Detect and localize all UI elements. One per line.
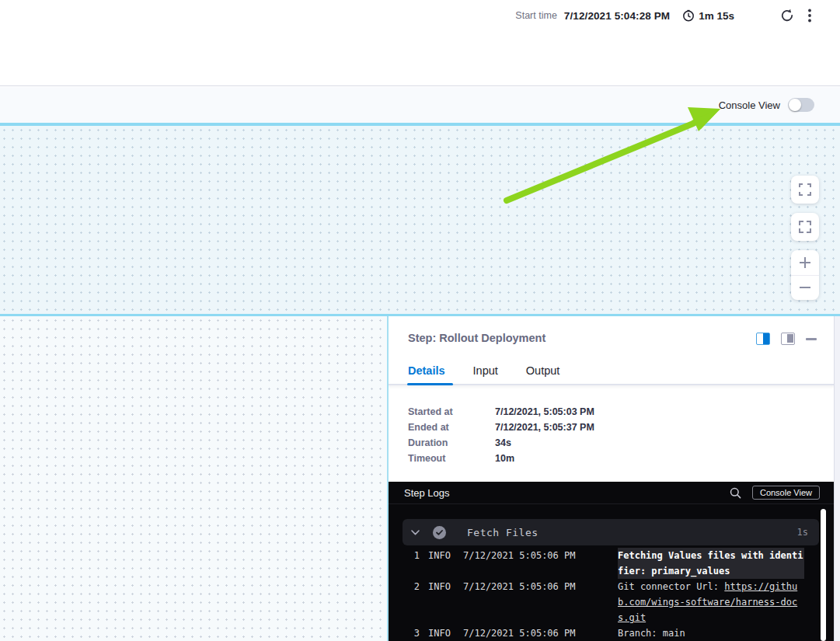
canvas-divider [0,314,840,316]
canvas-select-button[interactable] [791,213,819,241]
detail-value: 7/12/2021, 5:05:37 PM [495,422,594,433]
zoom-controls [791,250,819,300]
view-toggle-strip: Console View [0,87,840,123]
panel-scrollbar-track[interactable] [834,315,840,641]
stage-graph-canvas[interactable] [0,126,840,315]
log-line-number: 2 [403,579,420,625]
zoom-out-button[interactable] [791,276,819,301]
log-level: INFO [428,548,455,579]
minimize-panel-icon[interactable] [806,338,817,340]
detail-row: Duration34s [408,435,594,451]
log-line: 1INFO7/12/2021 5:05:06 PMFetching Values… [403,548,819,579]
log-message: Branch: main [618,625,804,641]
refresh-icon [779,8,795,23]
detail-row: Timeout10m [408,451,594,466]
plus-icon [799,256,811,269]
detail-value: 10m [495,453,514,464]
log-timestamp: 7/12/2021 5:05:06 PM [463,548,581,579]
marquee-select-icon [799,221,811,233]
detail-value: 34s [495,437,511,448]
log-group-row[interactable]: Fetch Files 1s [403,519,819,545]
log-lines: 1INFO7/12/2021 5:05:06 PMFetching Values… [403,548,819,641]
start-time-value: 7/12/2021 5:04:28 PM [564,10,670,22]
log-timestamp: 7/12/2021 5:05:06 PM [463,579,581,625]
log-line: 3INFO7/12/2021 5:05:06 PMBranch: main [403,625,819,641]
minus-icon [799,281,811,294]
log-timestamp: 7/12/2021 5:05:06 PM [463,625,581,641]
top-bar: Start time 7/12/2021 5:04:28 PM 1m 15s [0,0,840,86]
kebab-menu-button[interactable] [807,8,812,23]
logs-console-view-button[interactable]: Console View [752,486,820,500]
step-logs-panel: Step Logs Console View Fetch Files 1s 1I… [389,482,834,641]
log-line: 2INFO7/12/2021 5:05:06 PMGit connector U… [403,579,819,625]
step-logs-title: Step Logs [404,487,450,499]
panel-divider [387,316,389,641]
log-link[interactable]: https://github.com/wings-software/harnes… [618,581,797,623]
panel-view-icon[interactable] [781,333,795,345]
detail-row: Ended at7/12/2021, 5:05:37 PM [408,420,594,435]
execution-graph-canvas[interactable]: Execution Rollout Deployment [0,316,387,641]
log-line-number: 3 [403,625,420,641]
split-view-icon[interactable] [756,333,770,345]
log-message: Git connector Url: https://github.com/wi… [618,579,804,625]
logs-scrollbar-thumb[interactable] [821,509,826,641]
log-message: Fetching Values files with identifier: p… [618,548,804,579]
refresh-button[interactable] [779,8,795,23]
step-logs-header: Step Logs Console View [389,482,834,504]
chevron-down-icon [411,530,420,535]
zoom-in-button[interactable] [791,250,819,276]
active-tab-underline [407,383,453,385]
log-level: INFO [428,625,455,641]
log-line-number: 1 [403,548,420,579]
detail-label: Started at [408,406,495,417]
fullscreen-icon [799,183,811,196]
tab-output[interactable]: Output [526,364,560,386]
detail-label: Duration [408,437,495,448]
kebab-icon [807,8,812,23]
log-group-name: Fetch Files [467,527,539,538]
details-table: Started at7/12/2021, 5:05:03 PMEnded at7… [408,404,594,466]
tabs-divider [389,384,834,385]
detail-row: Started at7/12/2021, 5:05:03 PM [408,404,594,420]
search-icon[interactable] [730,487,741,499]
console-view-label: Console View [719,99,780,111]
elapsed-duration: 1m 15s [699,10,734,22]
clock-icon [682,9,695,22]
toggle-knob [789,99,801,111]
panel-title: Step: Rollout Deployment [408,332,545,344]
detail-label: Timeout [408,453,495,464]
detail-value: 7/12/2021, 5:05:03 PM [495,406,594,417]
group-success-icon [433,526,446,539]
canvas-fullscreen-button[interactable] [791,176,819,204]
log-group-duration: 1s [797,527,808,538]
tab-input[interactable]: Input [473,364,498,386]
console-view-toggle[interactable] [788,98,814,112]
detail-label: Ended at [408,422,495,433]
log-level: INFO [428,579,455,625]
start-time-label: Start time [515,10,557,21]
